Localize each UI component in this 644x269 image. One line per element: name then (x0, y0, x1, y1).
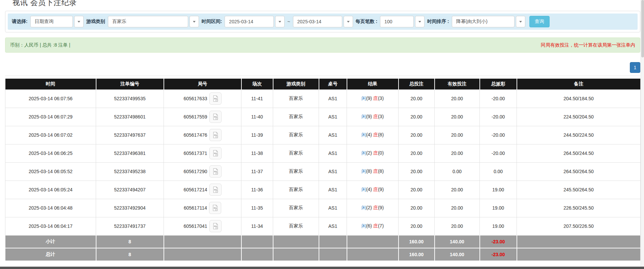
cell-bet-id: 522337491737 (96, 217, 164, 235)
cell-remark: 226.50/245.50 (517, 199, 641, 217)
cell-payout: -20.00 (480, 108, 517, 126)
summary-alert-bar: 币别：人民币 | 总共 :8 注单 | 同局有效投注，统一计算在该局第一张注单内 (5, 37, 640, 53)
cell-round-id: 605617290 (164, 162, 241, 181)
cell-valid-bet: 20.00 (435, 126, 480, 144)
round-id-value: 605617476 (183, 132, 207, 138)
caret-down-icon (193, 21, 196, 23)
cell-remark: 244.50/224.50 (517, 126, 641, 144)
video-replay-button[interactable] (209, 92, 222, 105)
cell-table-no: AS1 (319, 144, 347, 162)
cell-total-bet[interactable]: 20.00 (399, 144, 435, 162)
date-to-dropdown-button[interactable] (344, 16, 353, 27)
cell-table-no: AS1 (319, 126, 347, 144)
query-type-value[interactable]: 日期查询 (30, 16, 73, 27)
cell-payout: 19.00 (480, 217, 517, 235)
cell-remark: 264.50/264.50 (517, 162, 641, 181)
subtotal-row: 小计 8 160.00 140.00 -23.00 (5, 235, 641, 248)
subtotal-empty-cell (319, 235, 347, 248)
game-type-label: 游戏类别 (86, 19, 105, 25)
caret-down-icon (78, 21, 80, 23)
game-type-dropdown-button[interactable] (189, 16, 199, 27)
cell-result: 闲(4) 庄(8) (347, 126, 399, 144)
page-size-select[interactable]: 100 (380, 16, 425, 27)
result-banker-points: (9) (378, 187, 384, 192)
cell-session: 11-37 (241, 162, 273, 181)
video-replay-button[interactable] (209, 184, 222, 196)
result-banker-points: (7) (378, 223, 384, 228)
scrollbar-thumb[interactable] (641, 0, 644, 57)
result-banker-points: (8) (378, 168, 384, 174)
sort-order-select[interactable]: 降幂(由大到小) (452, 16, 525, 27)
cell-remark: 264.50/244.50 (517, 144, 641, 162)
result-banker-points: (8) (378, 132, 384, 137)
cell-total-bet[interactable]: 20.00 (399, 217, 435, 235)
cell-bet-id: 522337495238 (96, 162, 164, 181)
page-size-dropdown-button[interactable] (415, 16, 425, 27)
video-replay-button[interactable] (209, 111, 222, 123)
date-from-value[interactable]: 2025-03-14 (225, 16, 274, 27)
video-replay-button[interactable] (209, 202, 221, 214)
query-type-dropdown-button[interactable] (74, 16, 84, 27)
header-valid-bet: 有效投注 (435, 79, 480, 89)
search-button[interactable]: 查询 (529, 16, 550, 27)
result-player-points: (9) (366, 96, 372, 101)
cell-total-bet[interactable]: 20.00 (399, 181, 435, 199)
table-body: 2025-03-14 06:07:56 522337499535 6056176… (5, 89, 641, 235)
result-player-points: (9) (366, 114, 372, 119)
result-banker-points: (3) (378, 96, 384, 101)
video-replay-button[interactable] (209, 220, 222, 232)
video-replay-button[interactable] (209, 147, 222, 159)
cell-game-type: 百家乐 (273, 108, 319, 126)
page-size-value[interactable]: 100 (380, 16, 414, 27)
cell-game-type: 百家乐 (273, 199, 319, 217)
window-bottom-edge (0, 267, 644, 269)
cell-session: 11-39 (241, 126, 273, 144)
date-to-picker[interactable]: 2025-03-14 (293, 16, 353, 27)
cell-total-bet[interactable]: 20.00 (399, 162, 435, 181)
sort-order-dropdown-button[interactable] (516, 16, 525, 27)
total-empty-cell (273, 248, 319, 261)
date-from-dropdown-button[interactable] (275, 16, 285, 27)
vertical-scrollbar[interactable] (641, 0, 644, 269)
cell-bet-id: 522337494207 (96, 181, 164, 199)
query-type-select[interactable]: 日期查询 (30, 16, 84, 27)
cell-total-bet[interactable]: 20.00 (399, 126, 435, 144)
video-replay-file-icon (212, 113, 219, 120)
cell-total-bet[interactable]: 20.00 (399, 199, 435, 217)
cell-total-bet[interactable]: 20.00 (399, 89, 435, 108)
date-to-value[interactable]: 2025-03-14 (293, 16, 342, 27)
sort-order-value[interactable]: 降幂(由大到小) (452, 16, 515, 27)
cell-total-bet[interactable]: 20.00 (399, 108, 435, 126)
result-player-label: 闲 (361, 205, 366, 210)
table-row: 2025-03-14 06:07:29 522337498601 6056175… (5, 108, 641, 126)
subtotal-payout: -23.00 (480, 235, 517, 248)
cell-payout: 19.00 (480, 199, 517, 217)
header-payout: 总派彩 (480, 79, 517, 89)
header-bet-id: 注单编号 (96, 79, 164, 89)
cell-session: 11-40 (241, 108, 273, 126)
cell-round-id: 605617476 (164, 126, 241, 144)
caret-down-icon (519, 21, 522, 23)
round-id-value: 605617559 (183, 114, 207, 119)
game-type-value[interactable]: 百家乐 (108, 16, 188, 27)
cell-valid-bet: 20.00 (435, 144, 480, 162)
date-from-picker[interactable]: 2025-03-14 (225, 16, 285, 27)
game-type-select[interactable]: 百家乐 (108, 16, 199, 27)
cell-result: 闲(9) 庄(3) (347, 108, 399, 126)
cell-game-type: 百家乐 (273, 181, 319, 199)
total-empty-cell (319, 248, 347, 261)
table-row: 2025-03-14 06:04:17 522337491737 6056170… (5, 217, 641, 235)
cell-session: 11-41 (241, 89, 273, 108)
date-range-label: 时间区间: (202, 19, 222, 25)
cell-game-type: 百家乐 (273, 217, 319, 235)
cell-result: 闲(6) 庄(7) (347, 217, 399, 235)
cell-game-type: 百家乐 (273, 126, 319, 144)
cell-remark: 207.50/226.50 (517, 217, 641, 235)
video-replay-button[interactable] (209, 165, 222, 178)
subtotal-valid-bet: 140.00 (435, 235, 480, 248)
cell-bet-id: 522337499535 (96, 89, 164, 108)
video-replay-button[interactable] (209, 129, 222, 141)
total-count: 8 (96, 248, 164, 261)
pagination: 1 (5, 62, 640, 73)
page-1-button[interactable]: 1 (630, 62, 640, 73)
